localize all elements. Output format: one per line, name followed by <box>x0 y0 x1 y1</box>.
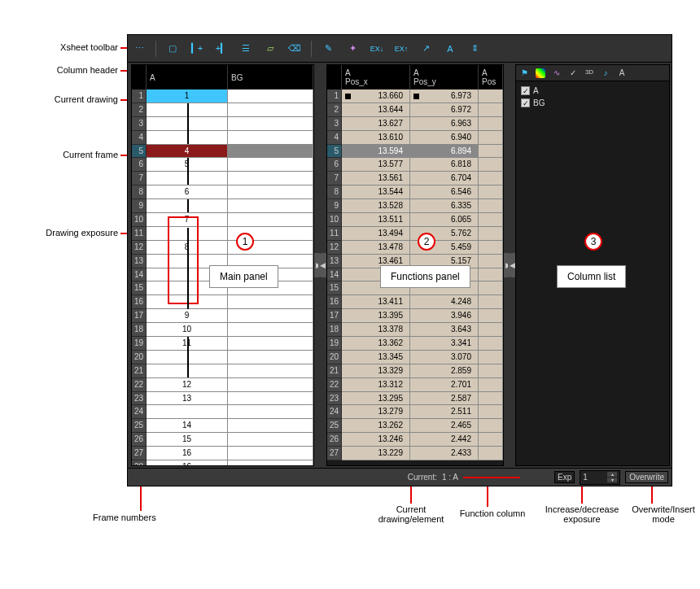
frame-number[interactable]: 12 <box>327 241 342 255</box>
function-cell[interactable]: 13.511 <box>342 213 410 227</box>
frame-number[interactable]: 11 <box>327 227 342 241</box>
function-cell[interactable]: 13.329 <box>342 364 410 378</box>
drawing-cell[interactable] <box>228 364 313 378</box>
frame-number[interactable]: 4 <box>327 131 342 145</box>
frame-number[interactable]: 15 <box>327 281 342 295</box>
frame-number[interactable]: 18 <box>327 323 342 337</box>
drawing-cell[interactable] <box>228 351 313 364</box>
drawing-cell[interactable]: 6 <box>147 185 228 199</box>
drawing-cell[interactable]: 4 <box>147 145 228 159</box>
frame-number[interactable]: 10 <box>132 213 147 227</box>
frame-number[interactable]: 17 <box>327 309 342 323</box>
function-cell[interactable] <box>479 405 503 419</box>
frame-number[interactable]: 21 <box>132 364 147 378</box>
drawing-cell[interactable] <box>228 117 313 131</box>
frame-number[interactable]: 5 <box>132 145 147 159</box>
frame-number[interactable]: 4 <box>132 131 147 145</box>
drawing-cell[interactable]: 9 <box>147 309 228 323</box>
frame-number[interactable]: 12 <box>132 241 147 255</box>
function-cell[interactable] <box>479 255 503 268</box>
frame-number[interactable]: 1 <box>132 89 147 103</box>
frame-number[interactable]: 28 <box>132 460 147 465</box>
frame-number[interactable]: 8 <box>327 185 342 199</box>
function-cell[interactable]: 2.511 <box>410 405 479 419</box>
function-cell[interactable]: 13.610 <box>342 131 410 145</box>
function-cell[interactable] <box>479 241 503 255</box>
flag-icon[interactable]: ⚑ <box>519 68 529 78</box>
ex-up-icon[interactable]: EX↑ <box>393 41 409 57</box>
drawing-cell[interactable]: 12 <box>147 378 228 392</box>
function-cell[interactable]: 3.643 <box>410 323 479 337</box>
frame-number[interactable]: 24 <box>327 405 342 419</box>
function-cell[interactable]: 13.627 <box>342 117 410 131</box>
frame-number[interactable]: 10 <box>327 213 342 227</box>
function-cell[interactable] <box>479 158 503 172</box>
column-header-a[interactable]: A <box>147 65 228 89</box>
frame-number[interactable]: 17 <box>132 309 147 323</box>
function-cell[interactable]: 13.528 <box>342 199 410 213</box>
check-icon[interactable]: ✓ <box>568 68 578 78</box>
function-cell[interactable] <box>479 103 503 117</box>
drawing-cell[interactable] <box>228 433 313 447</box>
function-cell[interactable]: 13.295 <box>342 392 410 406</box>
frame-number[interactable]: 16 <box>132 295 147 309</box>
function-cell[interactable] <box>479 378 503 392</box>
drawing-cell[interactable]: 13 <box>147 392 228 406</box>
function-cell[interactable]: 2.433 <box>410 447 479 460</box>
column-header-pos[interactable]: APos <box>479 65 503 89</box>
function-cell[interactable]: 13.544 <box>342 185 410 199</box>
function-cell[interactable] <box>479 213 503 227</box>
folder-icon[interactable]: ▱ <box>262 41 278 57</box>
add-left-icon[interactable]: ▎+ <box>189 41 205 57</box>
function-cell[interactable]: 6.940 <box>410 131 479 145</box>
column-icon[interactable]: ▢ <box>164 41 181 57</box>
function-cell[interactable]: 13.262 <box>342 419 410 433</box>
frame-number[interactable]: 9 <box>132 199 147 213</box>
drawing-cell[interactable] <box>228 309 313 323</box>
drawing-cell[interactable] <box>228 89 313 103</box>
function-cell[interactable] <box>479 227 503 241</box>
expand-icon[interactable]: ⇕ <box>466 41 483 57</box>
frame-number[interactable]: 11 <box>132 227 147 241</box>
function-cell[interactable]: 2.859 <box>410 364 479 378</box>
drawing-cell[interactable] <box>228 131 313 145</box>
menu-icon[interactable]: ⋯ <box>131 41 147 57</box>
frame-number[interactable]: 26 <box>132 433 147 447</box>
frame-number[interactable]: 6 <box>327 158 342 172</box>
function-cell[interactable]: 13.229 <box>342 447 410 460</box>
function-cell[interactable]: 6.818 <box>410 158 479 172</box>
ex-down-icon[interactable]: EX↓ <box>369 41 385 57</box>
function-cell[interactable]: 2.465 <box>410 419 479 433</box>
frame-number[interactable]: 24 <box>132 405 147 419</box>
function-cell[interactable] <box>479 117 503 131</box>
overwrite-button[interactable]: Overwrite <box>625 471 668 483</box>
drawing-cell[interactable] <box>228 323 313 337</box>
function-cell[interactable] <box>479 419 503 433</box>
frame-number[interactable]: 22 <box>132 378 147 392</box>
function-cell[interactable]: 3.070 <box>410 351 479 364</box>
function-cell[interactable] <box>479 268 503 282</box>
function-cell[interactable]: 6.963 <box>410 117 479 131</box>
frame-number[interactable]: 20 <box>327 351 342 364</box>
frame-number[interactable]: 18 <box>132 323 147 337</box>
function-cell[interactable]: 3.946 <box>410 309 479 323</box>
drawing-cell[interactable]: 1 <box>147 89 228 103</box>
curve-icon[interactable]: ∿ <box>552 68 562 78</box>
frame-number[interactable]: 2 <box>327 103 342 117</box>
function-cell[interactable]: 2.701 <box>410 378 479 392</box>
frame-number[interactable]: 5 <box>327 145 342 159</box>
drawing-cell[interactable] <box>147 405 228 419</box>
frame-number[interactable]: 13 <box>132 255 147 268</box>
frame-number[interactable]: 2 <box>132 103 147 117</box>
function-cell[interactable]: 13.345 <box>342 351 410 364</box>
panel-grip-left-icon[interactable]: ◀ <box>318 253 326 277</box>
function-cell[interactable] <box>479 351 503 364</box>
function-cell[interactable]: 13.312 <box>342 378 410 392</box>
spin-up-icon[interactable]: ▴ <box>607 472 617 477</box>
frame-number[interactable]: 21 <box>327 364 342 378</box>
drawing-cell[interactable] <box>228 158 313 172</box>
frame-number[interactable]: 13 <box>327 255 342 268</box>
function-cell[interactable] <box>479 89 503 103</box>
note-icon[interactable]: ♪ <box>601 68 610 78</box>
function-cell[interactable]: 4.248 <box>410 295 479 309</box>
